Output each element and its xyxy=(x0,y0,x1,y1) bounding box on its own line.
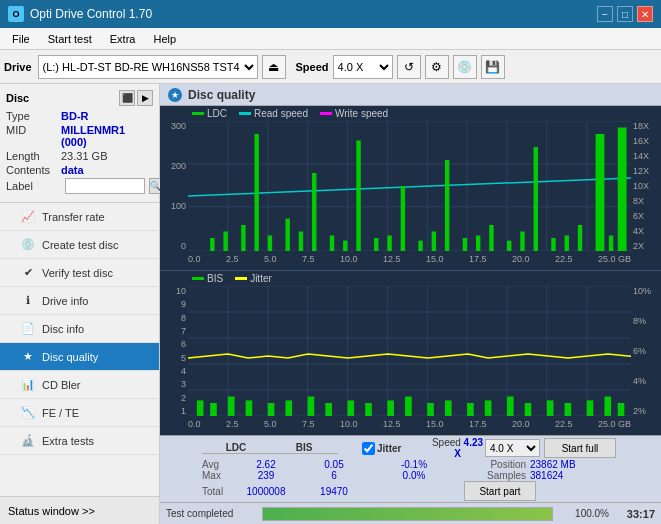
maximize-button[interactable]: □ xyxy=(617,6,633,22)
right-panel: ★ Disc quality LDC Read speed xyxy=(160,84,661,524)
sidebar: Disc ⬛ ▶ Type BD-R MID MILLENMR1 (000) L… xyxy=(0,84,160,524)
chart2-inner: 0.0 2.5 5.0 7.5 10.0 12.5 15.0 17.5 20.0… xyxy=(188,286,631,432)
nav-verify-test-disc[interactable]: ✔ Verify test disc xyxy=(0,259,159,287)
svg-rect-24 xyxy=(356,141,360,252)
disc-label-label: Label xyxy=(6,180,61,192)
drive-select[interactable]: (L:) HL-DT-ST BD-RE WH16NS58 TST4 xyxy=(38,55,258,79)
y2-l-5: 5 xyxy=(181,353,186,363)
disc-length-label: Length xyxy=(6,150,61,162)
avg-row: Avg 2.62 0.05 -0.1% Position 23862 MB xyxy=(202,459,600,470)
jitter-checkbox[interactable] xyxy=(362,442,375,455)
y1-r-8x: 8X xyxy=(633,196,644,206)
y1-r-6x: 6X xyxy=(633,211,644,221)
legend-ldc-color xyxy=(192,112,204,115)
y1-l-200: 200 xyxy=(171,161,186,171)
chart2-x-axis: 0.0 2.5 5.0 7.5 10.0 12.5 15.0 17.5 20.0… xyxy=(188,416,631,432)
menu-extra[interactable]: Extra xyxy=(102,31,144,47)
stats-data-cols: Avg 2.62 0.05 -0.1% Position 23862 MB Ma… xyxy=(202,459,600,501)
nav-transfer-rate[interactable]: 📈 Transfer rate xyxy=(0,203,159,231)
menu-start-test[interactable]: Start test xyxy=(40,31,100,47)
quality-header-icon: ★ xyxy=(168,88,182,102)
svg-rect-61 xyxy=(228,397,235,417)
total-row: Total 1000008 19470 Start part xyxy=(202,481,600,501)
y1-l-0: 0 xyxy=(181,241,186,251)
y1-r-14x: 14X xyxy=(633,151,649,161)
disc-icon-btn-1[interactable]: ⬛ xyxy=(119,90,135,106)
svg-rect-36 xyxy=(534,147,538,251)
svg-rect-81 xyxy=(618,403,625,416)
disc-quality-icon: ★ xyxy=(20,349,36,365)
disc-length-value: 23.31 GB xyxy=(61,150,107,162)
nav-extra-tests-label: Extra tests xyxy=(42,435,94,447)
y2-r-8p: 8% xyxy=(633,316,646,326)
max-label: Max xyxy=(202,470,232,481)
bottom-stats: LDC BIS Jitter Speed 4.23 X 4.0 X xyxy=(160,435,661,502)
disc-button[interactable]: 💿 xyxy=(453,55,477,79)
stats-data-rows: Avg 2.62 0.05 -0.1% Position 23862 MB Ma… xyxy=(164,459,657,501)
y2-r-10p: 10% xyxy=(633,286,651,296)
x1-0: 0.0 xyxy=(188,254,201,264)
eject-button[interactable]: ⏏ xyxy=(262,55,286,79)
svg-rect-20 xyxy=(299,232,303,252)
speed-select-stats[interactable]: 4.0 X xyxy=(485,439,540,457)
svg-rect-39 xyxy=(578,225,582,251)
nav-disc-quality[interactable]: ★ Disc quality xyxy=(0,343,159,371)
svg-rect-38 xyxy=(565,235,569,251)
chart2-body: 10 9 8 7 6 5 4 3 2 1 xyxy=(160,286,661,432)
x2-20: 20.0 xyxy=(512,419,530,429)
nav-cd-bler[interactable]: 📊 CD Bler xyxy=(0,371,159,399)
nav-disc-info-label: Disc info xyxy=(42,323,84,335)
svg-rect-75 xyxy=(507,397,514,417)
chart1-y-left: 300 200 100 0 xyxy=(160,121,188,267)
disc-title-text: Disc xyxy=(6,92,29,104)
minimize-button[interactable]: − xyxy=(597,6,613,22)
disc-length-row: Length 23.31 GB xyxy=(6,150,153,162)
disc-icon-btn-2[interactable]: ▶ xyxy=(137,90,153,106)
disc-mid-row: MID MILLENMR1 (000) xyxy=(6,124,153,148)
chart2-legend: BIS Jitter xyxy=(160,271,661,286)
stats-header-ldc: LDC xyxy=(202,442,270,454)
x1-75: 7.5 xyxy=(302,254,315,264)
legend-read-speed-label: Read speed xyxy=(254,108,308,119)
nav-disc-info[interactable]: 📄 Disc info xyxy=(0,315,159,343)
svg-rect-22 xyxy=(330,235,334,251)
refresh-button[interactable]: ↺ xyxy=(397,55,421,79)
nav-items: 📈 Transfer rate 💿 Create test disc ✔ Ver… xyxy=(0,203,159,496)
nav-extra-tests[interactable]: 🔬 Extra tests xyxy=(0,427,159,455)
nav-drive-info[interactable]: ℹ Drive info xyxy=(0,287,159,315)
svg-rect-78 xyxy=(565,403,572,416)
svg-rect-21 xyxy=(312,173,316,251)
status-window-btn[interactable]: Status window >> xyxy=(0,496,159,524)
menu-help[interactable]: Help xyxy=(145,31,184,47)
quality-header: ★ Disc quality xyxy=(160,84,661,106)
disc-label-input[interactable] xyxy=(65,178,145,194)
legend-jitter-color xyxy=(235,277,247,280)
jitter-check-label[interactable]: Jitter xyxy=(362,442,430,455)
legend-write-speed-label: Write speed xyxy=(335,108,388,119)
legend-ldc-label: LDC xyxy=(207,108,227,119)
svg-rect-60 xyxy=(210,403,217,416)
svg-rect-77 xyxy=(547,400,554,416)
y2-l-10: 10 xyxy=(176,286,186,296)
settings-button[interactable]: ⚙ xyxy=(425,55,449,79)
save-button[interactable]: 💾 xyxy=(481,55,505,79)
status-window-label: Status window >> xyxy=(8,505,95,517)
svg-rect-17 xyxy=(254,134,258,251)
stats-header-row: LDC BIS Jitter Speed 4.23 X 4.0 X xyxy=(164,437,657,459)
close-button[interactable]: ✕ xyxy=(637,6,653,22)
start-part-button[interactable]: Start part xyxy=(464,481,536,501)
svg-rect-27 xyxy=(401,186,405,251)
menu-file[interactable]: File xyxy=(4,31,38,47)
chart1-inner: 0.0 2.5 5.0 7.5 10.0 12.5 15.0 17.5 20.0… xyxy=(188,121,631,267)
transfer-rate-icon: 📈 xyxy=(20,209,36,225)
y1-l-100: 100 xyxy=(171,201,186,211)
nav-create-test-disc[interactable]: 💿 Create test disc xyxy=(0,231,159,259)
svg-rect-72 xyxy=(445,400,452,416)
start-full-button[interactable]: Start full xyxy=(544,438,616,458)
cd-bler-icon: 📊 xyxy=(20,377,36,393)
disc-type-row: Type BD-R xyxy=(6,110,153,122)
speed-select[interactable]: 4.0 X xyxy=(333,55,393,79)
legend-write-speed-color xyxy=(320,112,332,115)
app-title: Opti Drive Control 1.70 xyxy=(30,7,152,21)
nav-fe-te[interactable]: 📉 FE / TE xyxy=(0,399,159,427)
